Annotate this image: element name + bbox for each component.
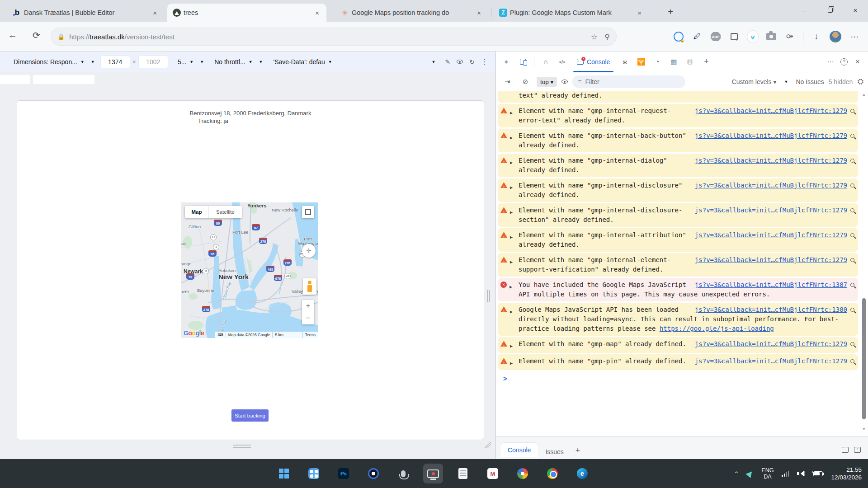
taskbar-app-chrome[interactable] (542, 464, 562, 483)
drawer-expand-icon[interactable] (854, 447, 861, 453)
source-link[interactable]: js?v=3&callback=init…cfMuBjlcfFNrtc:1279 (695, 339, 847, 349)
console-warning[interactable]: ▶ js?v=3&callback=init…cfMuBjlcfFNrtc:12… (498, 203, 858, 227)
source-link[interactable]: js?v=3&callback=init…cfMuBjlcfFNrtc:1279 (695, 131, 847, 141)
extensions-puzzle-icon[interactable]: ⚩ (784, 31, 795, 42)
google-logo[interactable]: Google (184, 329, 204, 337)
console-warning[interactable]: ▶ js?v=3&callback=init…cfMuBjlcfFNrtc:12… (498, 228, 858, 252)
pegman-control[interactable] (303, 278, 316, 295)
magnifier-icon[interactable] (850, 109, 854, 113)
elements-tab-icon[interactable]: </> (555, 55, 569, 69)
tab-gmaps-tracking[interactable]: ✳ Google Maps position tracking do × (335, 4, 488, 22)
console-warning[interactable]: ▶ js?v=3&callback=init…cfMuBjlcfFNrtc:12… (498, 253, 858, 277)
drawer-dock-icon[interactable] (842, 447, 849, 453)
location-pin-icon[interactable]: ⚲ (604, 33, 610, 41)
magnifier-icon[interactable] (850, 308, 854, 312)
restore-button[interactable] (817, 0, 843, 20)
chevron-down-icon[interactable]: ▼ (200, 60, 204, 64)
magnifier-icon[interactable] (850, 283, 854, 287)
zoom-out-button[interactable]: − (302, 312, 314, 324)
expand-arrow[interactable]: ▶ (509, 282, 512, 299)
console-warning[interactable]: ▶ js?v=3&callback=init…cfMuBjlcfFNrtc:12… (498, 354, 858, 370)
refresh-icon[interactable]: ⟳ (33, 30, 40, 41)
fullscreen-button[interactable] (302, 206, 314, 218)
dimensions-select[interactable]: Dimensions: Respon... (14, 58, 77, 66)
terms-link[interactable]: Terms (303, 332, 318, 338)
rotate-device-icon[interactable]: ↻ (469, 58, 475, 66)
taskbar-clock[interactable]: 21.55 12/03/2026 (831, 466, 862, 481)
magnifier-icon[interactable] (850, 208, 854, 212)
eyedropper-extension-icon[interactable]: 🖊 (692, 31, 703, 42)
taskbar-app-notepad[interactable] (453, 464, 473, 483)
expand-arrow[interactable]: ▶ (510, 306, 513, 333)
pan-control[interactable] (302, 244, 316, 258)
context-selector[interactable]: top ▾ (537, 77, 557, 87)
chevron-down-icon[interactable]: ▼ (784, 80, 788, 84)
zoom-in-button[interactable]: + (302, 300, 314, 312)
magnifier-icon[interactable] (850, 359, 854, 363)
home-tab-icon[interactable]: ⌂ (539, 55, 552, 69)
live-expression-eye-icon[interactable] (561, 80, 568, 84)
volume-icon[interactable]: ) (797, 470, 805, 477)
taskbar-app-mail[interactable]: M (483, 464, 503, 483)
chevron-down-icon[interactable]: ▼ (91, 60, 95, 64)
taskbar-app-photos[interactable] (513, 464, 533, 483)
magnifier-icon[interactable] (850, 258, 854, 262)
bookmark-star-icon[interactable]: ☆ (591, 33, 597, 41)
expand-arrow[interactable]: ▶ (510, 257, 513, 274)
new-tab-button[interactable]: + (664, 5, 677, 19)
console-warning[interactable]: ▶ js?v=3&callback=init…cfMuBjlcfFNrtc:12… (498, 154, 858, 177)
scroll-down-arrow[interactable]: ▼ (861, 427, 867, 431)
magnifier-icon[interactable] (850, 183, 854, 188)
source-link[interactable]: js?v=3&callback=init…cfMuBjlcfFNrtc:1279 (695, 181, 847, 190)
device-toolbar-toggle-icon[interactable] (516, 55, 529, 69)
memory-chip-icon[interactable]: ▦ (667, 55, 680, 69)
expand-arrow[interactable]: ▶ (510, 341, 513, 351)
zoom-select[interactable]: 5... (178, 58, 186, 66)
expand-arrow[interactable]: ▶ (510, 207, 513, 225)
menu-dots-icon[interactable]: ⋯ (849, 31, 860, 42)
expand-arrow[interactable]: ▶ (510, 108, 513, 125)
source-link[interactable]: js?v=3&callback=init…cfMuBjlcfFNrtc:1279 (695, 106, 847, 116)
taskbar-app-edge[interactable]: e (572, 464, 592, 483)
eye-icon[interactable] (457, 60, 463, 64)
close-devtools-icon[interactable]: × (851, 55, 864, 69)
magnifier-icon[interactable] (850, 134, 854, 138)
taskbar-app-screen-recorder[interactable] (423, 464, 443, 483)
back-icon[interactable]: ← (8, 30, 17, 40)
close-tab-icon[interactable]: × (474, 9, 484, 17)
scroll-up-arrow[interactable]: ▲ (861, 92, 867, 97)
downloads-icon[interactable]: ↓ (811, 31, 822, 42)
source-link[interactable]: js?v=3&callback=init…cfMuBjlcfFNrtc:1279 (695, 255, 847, 265)
taskbar-app-microphone[interactable] (393, 464, 413, 483)
console-scrollbar[interactable]: ▲ ▼ (861, 91, 867, 436)
tab-bubble-editor[interactable]: b Dansk Træatlas | Bubble Editor × (8, 4, 164, 22)
url-text[interactable]: https://traeatlas.dk/version-test/test (69, 33, 175, 41)
console-error[interactable]: ×▶ js?v=3&callback=init…cfMuBjlcfFNrtc:1… (498, 278, 858, 301)
viewport-resize-handle-bottom[interactable] (233, 445, 251, 448)
keyboard-icon[interactable]: ⌨ (215, 332, 225, 338)
source-link[interactable]: js?v=3&callback=init…cfMuBjlcfFNrtc:1387 (695, 280, 847, 290)
start-button[interactable] (274, 464, 294, 483)
network-signal-icon[interactable] (782, 470, 789, 477)
address-bar[interactable]: 🔒 https://traeatlas.dk/version-test/test… (51, 28, 617, 46)
source-link[interactable]: js?v=3&callback=init…cfMuBjlcfFNrtc:1279 (695, 156, 847, 165)
onepassword-extension-icon[interactable] (673, 31, 684, 42)
magnifier-icon[interactable] (850, 342, 854, 346)
taskbar-app-photoshop[interactable]: Ps (334, 464, 354, 483)
chevron-down-icon[interactable]: ▼ (189, 60, 193, 64)
satellite-button[interactable]: Satellite (208, 206, 242, 218)
close-tab-icon[interactable]: × (312, 9, 322, 17)
profile-avatar[interactable] (830, 31, 841, 42)
console-prompt[interactable]: > (496, 371, 868, 383)
chevron-down-icon[interactable]: ▼ (432, 60, 436, 64)
performance-gauge-icon[interactable]: ◔ (651, 55, 664, 69)
expand-arrow[interactable]: ▶ (510, 157, 513, 175)
console-sidebar-icon[interactable]: ⇥ (500, 75, 514, 89)
console-warning[interactable]: ▶ js?v=3&callback=init…cfMuBjlcfFNrtc:13… (498, 303, 858, 336)
custom-levels-select[interactable]: Custom levels ▾ (732, 78, 777, 85)
tray-overflow-chevron-icon[interactable]: ⌃ (734, 470, 739, 477)
scrollbar-thumb[interactable] (862, 298, 866, 419)
more-options-icon[interactable]: ⋮ (481, 57, 488, 66)
close-tab-icon[interactable]: × (635, 9, 644, 17)
google-map[interactable]: Yonkers New Rochelle Clifton Fort Lee Po… (181, 202, 318, 338)
